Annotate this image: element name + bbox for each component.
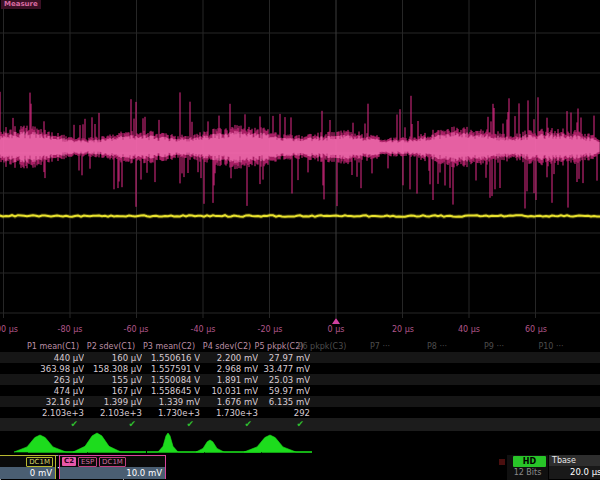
param-value: 1.730e+3 [138, 408, 200, 418]
param-value: 167 µV [80, 386, 142, 396]
histicon-chart [14, 435, 87, 452]
param-value: 263 µV [22, 375, 84, 385]
measurement-table: P1 mean(C1)440 µV363.98 µV263 µV474 µV32… [0, 340, 600, 431]
histicon-chart [147, 433, 204, 452]
top-left-label: Measure [1, 0, 41, 9]
c2-esp-badge: ESP [78, 457, 97, 467]
param-header-empty[interactable]: P6 pkpk(C3) [290, 342, 354, 351]
param-value: 2.103e+3 [80, 408, 142, 418]
param-value: 160 µV [80, 353, 142, 363]
param-value: 1.550616 V [138, 353, 200, 363]
time-axis-label: -80 µs [58, 325, 83, 334]
timebase-label: Tbase [549, 455, 600, 466]
param-value: 155 µV [80, 375, 142, 385]
param-value: 32.16 µV [22, 397, 84, 407]
channel-c2-descriptor[interactable]: C2 ESP DC1M 10.0 mV [59, 455, 166, 479]
status-check-icon: ✔ [248, 419, 304, 429]
time-axis-label: 0 µs [328, 325, 345, 334]
param-header-empty[interactable]: P11 [576, 342, 600, 351]
hd-badge: HD [513, 456, 546, 467]
param-value: 2.103e+3 [22, 408, 84, 418]
param-value: 33.477 mV [248, 364, 310, 374]
c2-coupling-badge: DC1M [99, 457, 126, 467]
status-dot [499, 459, 505, 465]
histicon-chart [73, 433, 146, 452]
param-value: 440 µV [22, 353, 84, 363]
hd-mode-group[interactable]: HD 12 Bits [507, 455, 548, 480]
param-value: 25.03 mV [248, 375, 310, 385]
time-axis: -100 µs-80 µs-60 µs-40 µs-20 µs0 µs20 µs… [0, 318, 600, 338]
timebase-value: 20.0 µs [549, 466, 600, 479]
histicon-strip [0, 431, 600, 455]
c2-label-badge: C2 [62, 457, 76, 466]
param-value: 27.97 mV [248, 353, 310, 363]
param-header[interactable]: P1 mean(C1) [22, 342, 84, 351]
status-check-icon: ✔ [80, 419, 136, 429]
oscilloscope-screen: Measure -100 µs-80 µs-60 µs-40 µs-20 µs0… [0, 0, 600, 480]
param-header-empty[interactable]: P9 ··· [462, 342, 526, 351]
param-value: 292 [248, 408, 310, 418]
param-value: 1.558645 V [138, 386, 200, 396]
param-value: 1.339 mV [138, 397, 200, 407]
c2-vdiv-value: 10.0 mV [60, 467, 165, 479]
hd-bits-label: 12 Bits [507, 468, 548, 477]
param-value: 158.308 µV [80, 364, 142, 374]
param-value: 1.399 µV [80, 397, 142, 407]
param-value: 363.98 µV [22, 364, 84, 374]
param-header[interactable]: P3 mean(C2) [138, 342, 200, 351]
param-value: 1.550084 V [138, 375, 200, 385]
histicon-chart [244, 435, 312, 452]
param-value: 59.97 mV [248, 386, 310, 396]
param-header-empty[interactable]: P10 ··· [519, 342, 583, 351]
trigger-marker-icon[interactable] [332, 318, 340, 324]
time-axis-label: -40 µs [191, 325, 216, 334]
graticule-and-traces [0, 0, 600, 318]
time-axis-label: -100 µs [0, 325, 18, 334]
channel-c1-descriptor[interactable]: DC1M 0 mV [0, 455, 56, 479]
time-axis-label: 60 µs [525, 325, 547, 334]
param-header-empty[interactable]: P7 ··· [348, 342, 412, 351]
descriptor-bar: DC1M 0 mV C2 ESP DC1M 10.0 mV + HD 12 Bi… [0, 455, 600, 480]
time-axis-label: -60 µs [124, 325, 149, 334]
param-value: 474 µV [22, 386, 84, 396]
status-check-icon: ✔ [138, 419, 194, 429]
status-check-icon: ✔ [196, 419, 252, 429]
param-header[interactable]: P2 sdev(C1) [80, 342, 142, 351]
time-axis-label: 40 µs [458, 325, 480, 334]
time-axis-label: -20 µs [258, 325, 283, 334]
time-axis-label: 20 µs [392, 325, 414, 334]
param-value: 6.135 mV [248, 397, 310, 407]
param-value: 1.557591 V [138, 364, 200, 374]
timebase-descriptor[interactable]: Tbase 20.0 µs [549, 455, 600, 479]
param-header-empty[interactable]: P8 ··· [405, 342, 469, 351]
status-check-icon: ✔ [22, 419, 78, 429]
c1-coupling-badge: DC1M [26, 457, 53, 467]
c1-vdiv-value: 0 mV [0, 467, 55, 479]
